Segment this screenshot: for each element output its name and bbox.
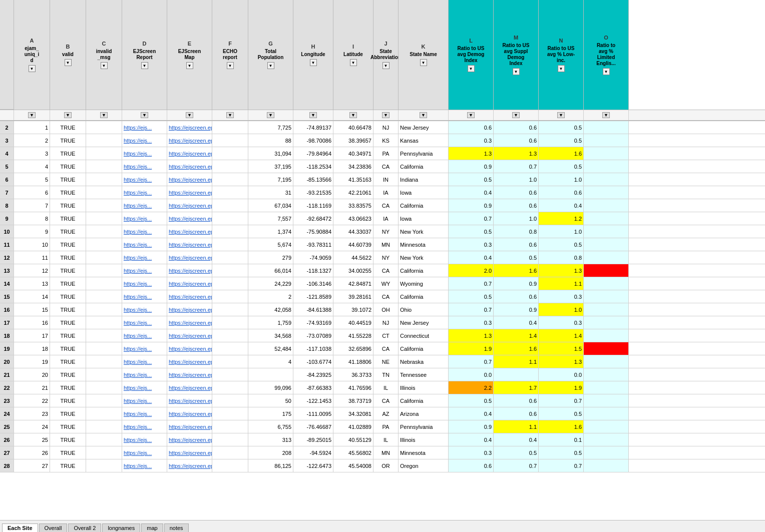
cell-e[interactable]: https://ejscreen.epa... — [167, 121, 212, 134]
filter-dropdown-o[interactable]: ▼ — [603, 68, 610, 75]
filter-dropdown-c[interactable]: ▼ — [101, 62, 108, 69]
filter-cell-b[interactable]: ▼ — [50, 110, 86, 120]
filter-cell-n[interactable]: ▼ — [539, 110, 584, 120]
cell-e[interactable]: https://ejscreen.epa... — [167, 160, 212, 173]
filter-btn-a[interactable]: ▼ — [28, 112, 36, 118]
filter-btn-h[interactable]: ▼ — [309, 112, 317, 118]
filter-cell-d[interactable]: ▼ — [122, 110, 167, 120]
filter-btn-d[interactable]: ▼ — [141, 112, 148, 118]
cell-d[interactable]: https://ejs... — [122, 316, 167, 329]
filter-btn-c[interactable]: ▼ — [100, 112, 108, 118]
cell-e[interactable]: https://ejscreen.epa... — [167, 355, 212, 368]
filter-cell-j[interactable]: ▼ — [373, 110, 399, 120]
filter-cell-i[interactable]: ▼ — [333, 110, 373, 120]
tab-each-site[interactable]: Each Site — [2, 523, 38, 532]
filter-cell-h[interactable]: ▼ — [293, 110, 333, 120]
cell-d[interactable]: https://ejs... — [122, 420, 167, 433]
cell-d[interactable]: https://ejs... — [122, 394, 167, 407]
filter-dropdown-g[interactable]: ▼ — [267, 62, 274, 69]
cell-e[interactable]: https://ejscreen.epa... — [167, 147, 212, 160]
cell-d[interactable]: https://ejs... — [122, 459, 167, 472]
filter-btn-n[interactable]: ▼ — [557, 112, 565, 118]
cell-d[interactable]: https://ejs... — [122, 433, 167, 446]
filter-btn-e[interactable]: ▼ — [186, 112, 193, 118]
filter-cell-l[interactable]: ▼ — [449, 110, 494, 120]
cell-e[interactable]: https://ejscreen.epa... — [167, 303, 212, 316]
cell-e[interactable]: https://ejscreen.epa... — [167, 446, 212, 459]
filter-dropdown-h[interactable]: ▼ — [310, 59, 317, 66]
filter-btn-f[interactable]: ▼ — [226, 112, 234, 118]
cell-d[interactable]: https://ejs... — [122, 355, 167, 368]
cell-d[interactable]: https://ejs... — [122, 303, 167, 316]
filter-dropdown-n[interactable]: ▼ — [558, 65, 565, 72]
filter-dropdown-e[interactable]: ▼ — [186, 62, 193, 69]
filter-dropdown-d[interactable]: ▼ — [141, 62, 148, 69]
filter-cell-a[interactable]: ▼ — [14, 110, 50, 120]
cell-d[interactable]: https://ejs... — [122, 381, 167, 394]
cell-d[interactable]: https://ejs... — [122, 446, 167, 459]
cell-e[interactable]: https://ejscreen.epa... — [167, 316, 212, 329]
filter-dropdown-a[interactable]: ▼ — [29, 65, 36, 72]
filter-btn-l[interactable]: ▼ — [467, 112, 475, 118]
cell-e[interactable]: https://ejscreen.epa... — [167, 329, 212, 342]
cell-d[interactable]: https://ejs... — [122, 251, 167, 264]
filter-cell-o[interactable]: ▼ — [584, 110, 629, 120]
filter-cell-m[interactable]: ▼ — [494, 110, 539, 120]
cell-d[interactable]: https://ejs... — [122, 225, 167, 238]
cell-e[interactable]: https://ejscreen.epa... — [167, 212, 212, 225]
cell-e[interactable]: https://ejscreen.epa... — [167, 407, 212, 420]
cell-e[interactable]: https://ejscreen.epa... — [167, 277, 212, 290]
cell-d[interactable]: https://ejs... — [122, 186, 167, 199]
cell-d[interactable]: https://ejs... — [122, 121, 167, 134]
cell-e[interactable]: https://ejscreen.epa... — [167, 264, 212, 277]
filter-btn-i[interactable]: ▼ — [349, 112, 357, 118]
filter-cell-c[interactable]: ▼ — [86, 110, 122, 120]
cell-e[interactable]: https://ejscreen.epa... — [167, 225, 212, 238]
cell-d[interactable]: https://ejs... — [122, 264, 167, 277]
cell-d[interactable]: https://ejs... — [122, 277, 167, 290]
cell-e[interactable]: https://ejscreen.epa... — [167, 394, 212, 407]
filter-btn-g[interactable]: ▼ — [267, 112, 274, 118]
tab-overall[interactable]: Overall — [39, 523, 68, 532]
cell-d[interactable]: https://ejs... — [122, 160, 167, 173]
cell-e[interactable]: https://ejscreen.epa... — [167, 251, 212, 264]
cell-d[interactable]: https://ejs... — [122, 238, 167, 251]
tab-map[interactable]: map — [141, 523, 163, 532]
cell-e[interactable]: https://ejscreen.epa... — [167, 368, 212, 381]
tab-longnames[interactable]: longnames — [102, 523, 140, 532]
filter-btn-o[interactable]: ▼ — [602, 112, 610, 118]
cell-d[interactable]: https://ejs... — [122, 134, 167, 147]
filter-btn-m[interactable]: ▼ — [512, 112, 520, 118]
cell-d[interactable]: https://ejs... — [122, 329, 167, 342]
tab-notes[interactable]: notes — [164, 523, 189, 532]
filter-btn-j[interactable]: ▼ — [382, 112, 390, 118]
cell-e[interactable]: https://ejscreen.epa... — [167, 433, 212, 446]
filter-dropdown-l[interactable]: ▼ — [468, 65, 475, 72]
filter-cell-e[interactable]: ▼ — [167, 110, 212, 120]
filter-cell-f[interactable]: ▼ — [212, 110, 248, 120]
cell-d[interactable]: https://ejs... — [122, 199, 167, 212]
filter-btn-b[interactable]: ▼ — [64, 112, 72, 118]
filter-cell-g[interactable]: ▼ — [248, 110, 293, 120]
cell-e[interactable]: https://ejscreen.epa... — [167, 459, 212, 472]
cell-e[interactable]: https://ejscreen.epa... — [167, 199, 212, 212]
cell-e[interactable]: https://ejscreen.epa... — [167, 342, 212, 355]
cell-e[interactable]: https://ejscreen.epa... — [167, 238, 212, 251]
cell-d[interactable]: https://ejs... — [122, 173, 167, 186]
filter-dropdown-j[interactable]: ▼ — [382, 62, 390, 69]
cell-d[interactable]: https://ejs... — [122, 147, 167, 160]
cell-e[interactable]: https://ejscreen.epa... — [167, 173, 212, 186]
cell-d[interactable]: https://ejs... — [122, 368, 167, 381]
cell-d[interactable]: https://ejs... — [122, 290, 167, 303]
filter-dropdown-m[interactable]: ▼ — [513, 68, 520, 75]
filter-dropdown-k[interactable]: ▼ — [420, 59, 427, 66]
cell-e[interactable]: https://ejscreen.epa... — [167, 186, 212, 199]
cell-e[interactable]: https://ejscreen.epa... — [167, 420, 212, 433]
cell-d[interactable]: https://ejs... — [122, 342, 167, 355]
filter-dropdown-b[interactable]: ▼ — [65, 59, 72, 66]
cell-e[interactable]: https://ejscreen.epa... — [167, 381, 212, 394]
cell-d[interactable]: https://ejs... — [122, 407, 167, 420]
tab-overall-2[interactable]: Overall 2 — [68, 523, 101, 532]
filter-dropdown-i[interactable]: ▼ — [350, 59, 357, 66]
cell-e[interactable]: https://ejscreen.epa... — [167, 134, 212, 147]
